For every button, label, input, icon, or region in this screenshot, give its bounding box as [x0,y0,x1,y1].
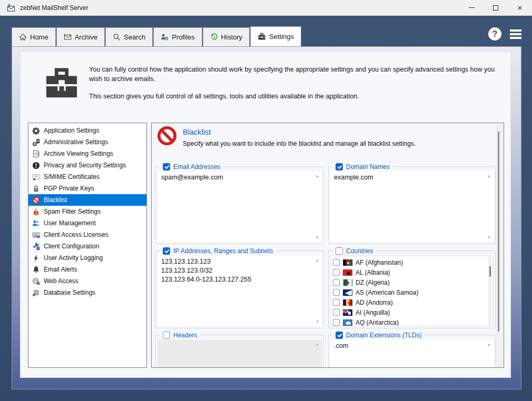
domain-extensions-textarea[interactable]: .com ▲▼ [330,340,494,368]
email-addresses-checkbox[interactable] [163,163,170,171]
ip-addresses-textarea[interactable]: 123.123.123.123 123.123.123.0/32 123.123… [157,256,322,326]
bell-icon [32,265,40,274]
sidebar-item-user-activity-logging[interactable]: User Activity Logging [28,252,146,264]
sidebar-item-email-alerts[interactable]: Email Alerts [28,264,146,275]
scroll-up-icon[interactable]: ▲ [313,258,322,263]
help-button[interactable]: ? [488,27,501,41]
andorra-flag-icon [343,299,352,306]
sidebar-item-archive-viewing-settings[interactable]: A Archive Viewing Settings [28,148,146,159]
flame-icon [32,207,40,216]
country-row-af[interactable]: AF (Afghanistan) [331,257,493,267]
close-icon: × [518,4,523,12]
scrollbar: ▲▼ [313,340,322,368]
sidebar-item-user-management[interactable]: User Management [28,217,146,229]
tab-settings[interactable]: Settings [250,26,301,46]
country-ai-checkbox[interactable] [333,309,340,316]
settings-content-panel: You can fully control how the applicatio… [20,52,511,378]
blacklist-panel: Blacklist Specify what you want to inclu… [151,123,504,368]
group-headers: Headers ▲▼ [155,335,324,368]
menu-button[interactable] [510,29,521,39]
sidebar-item-client-access-licenses[interactable]: Client Access Licenses [28,229,146,240]
country-ad-checkbox[interactable] [333,299,340,306]
scroll-down-icon[interactable]: ▼ [313,319,322,324]
country-af-checkbox[interactable] [333,259,340,266]
sidebar-item-blacklist[interactable]: Blacklist [28,194,146,206]
tab-home[interactable]: Home [12,27,56,46]
sidebar-item-spam-filter-settings[interactable]: Spam Filter Settings [28,206,146,217]
sidebar-item-pgp-private-keys[interactable]: PGP Private Keys [28,183,146,194]
app-mail-icon [6,3,16,13]
scrollbar[interactable]: ▲▼ [313,172,322,242]
sidebar-item-web-access[interactable]: Web Access [28,275,146,287]
scroll-up-icon[interactable]: ▲ [313,174,322,178]
globe-icon [32,277,40,285]
country-row-as[interactable]: AS (American Samoa) [331,287,493,297]
panel-description: Specify what you want to include into th… [183,140,416,147]
maximize-button[interactable] [484,0,508,16]
country-row-aq[interactable]: AQ (Antarctica) [331,317,493,326]
country-aq-checkbox[interactable] [333,319,340,326]
tab-history[interactable]: History [203,27,250,46]
scroll-up-icon[interactable]: ▲ [485,342,494,347]
afghanistan-flag-icon [343,259,352,266]
sidebar-item-client-configuration[interactable]: Client Configuration [28,240,146,252]
wrench-icon [32,242,40,250]
certificate-icon [32,173,40,181]
group-ip-addresses: IP Addresses, Ranges and Subnets 123.123… [155,250,324,328]
sidebar-item-privacy-security-settings[interactable]: Privacy and Security Settings [28,159,146,171]
scrollbar[interactable]: ▲▼ [313,256,322,326]
intro-paragraph-2: This section gives you full control of a… [89,92,505,101]
sidebar-item-database-settings[interactable]: Database Settings [28,287,146,298]
magnifier-icon [113,33,121,41]
panel-scrollbar-thumb[interactable] [498,132,499,332]
scrollbar[interactable]: ▲▼ [485,340,494,368]
country-row-ai[interactable]: AI (Anguilla) [331,307,493,317]
close-button[interactable]: × [508,0,532,16]
scroll-down-icon[interactable]: ▼ [313,235,322,240]
scrollbar[interactable]: ▲▼ [485,172,494,242]
countries-list: AF (Afghanistan) AL (Albania) DZ (Algeri… [330,256,494,326]
sidebar-item-application-settings[interactable]: Application Settings [28,125,146,136]
document-a-icon: A [32,149,40,158]
country-al-checkbox[interactable] [333,269,340,276]
group-domain-extensions: Domain Extensions (TLDs) .com ▲▼ [328,335,496,368]
domain-extensions-checkbox[interactable] [336,332,343,339]
country-dz-checkbox[interactable] [333,279,340,286]
domain-names-checkbox[interactable] [336,163,343,171]
scroll-up-icon[interactable]: ▲ [485,174,494,178]
group-domain-names: Domain Names example.com ▲▼ [328,166,496,244]
minimize-button[interactable] [459,0,484,16]
users-icon [32,219,40,227]
country-row-ad[interactable]: AD (Andorra) [331,297,493,307]
tab-archive[interactable]: Archive [56,27,105,46]
envelope-icon [64,33,72,41]
countries-checkbox[interactable] [336,247,343,255]
country-row-al[interactable]: AL (Albania) [331,267,493,277]
headers-checkbox[interactable] [163,332,170,339]
question-mark-icon: ? [492,29,498,39]
group-countries: Countries AF (Afghanistan) AL (Albania) [328,250,496,328]
panel-scrollbar[interactable] [496,124,503,367]
email-addresses-textarea[interactable]: spam@example.com ▲▼ [157,172,322,242]
sidebar-item-administrative-settings[interactable]: Administrative Settings [28,136,146,148]
email-addresses-label: Email Addresses [173,163,220,171]
domain-names-label: Domain Names [346,163,390,171]
tab-profiles[interactable]: Profiles [153,27,202,46]
countries-scrollbar[interactable] [488,257,492,325]
country-as-checkbox[interactable] [333,289,340,296]
toolbox-header-icon [43,62,81,105]
scrollbar-thumb[interactable] [489,266,491,277]
sidebar-item-smime-certificates[interactable]: S/MIME Certificates [28,171,146,183]
ip-addresses-checkbox[interactable] [163,247,170,255]
domain-names-textarea[interactable]: example.com ▲▼ [330,172,494,242]
keyboard-icon [32,230,40,239]
tab-search[interactable]: Search [105,27,153,46]
country-row-dz[interactable]: DZ (Algeria) [331,277,493,287]
svg-text:A: A [34,151,37,156]
albania-flag-icon [343,269,352,276]
scroll-up-icon: ▲ [313,342,322,347]
panel-title: Blacklist [183,128,211,136]
gear-document-icon [32,138,40,146]
scroll-down-icon[interactable]: ▼ [485,235,494,240]
american-samoa-flag-icon [343,289,352,296]
